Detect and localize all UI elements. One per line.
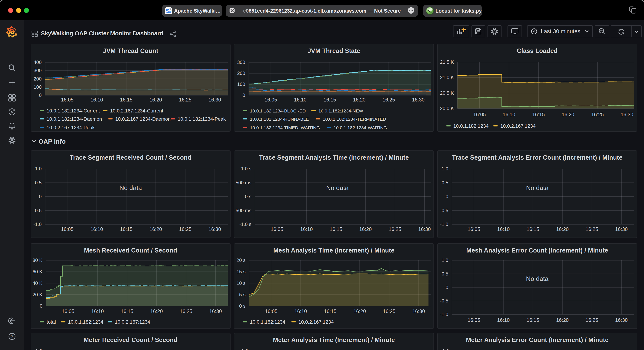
svg-text:-0.5: -0.5 [440,208,448,213]
svg-text:16:10: 16:10 [497,317,510,323]
svg-text:16:10: 16:10 [90,97,103,103]
svg-text:20 K: 20 K [32,292,42,297]
svg-text:16:25: 16:25 [180,309,192,314]
svg-text:No data: No data [326,184,348,191]
svg-text:-0.5: -0.5 [34,208,42,213]
svg-text:10.0.2.167:1234: 10.0.2.167:1234 [298,319,334,325]
svg-text:1.0: 1.0 [442,348,449,350]
svg-text:21.5 K: 21.5 K [440,59,454,65]
svg-text:0: 0 [242,93,245,98]
svg-text:16:20: 16:20 [562,112,574,117]
svg-text:10.0.1.182:1234-TIMED_WAITING: 10.0.1.182:1234-TIMED_WAITING [250,125,320,130]
svg-text:?: ? [10,334,14,339]
svg-text:16:15: 16:15 [532,112,545,117]
svg-text:16:25: 16:25 [586,317,598,323]
svg-text:0.5: 0.5 [442,180,448,185]
svg-text:0 s: 0 s [239,303,246,309]
svg-text:16:05: 16:05 [271,226,284,232]
svg-text:10.0.1.182:1234-RUNNABLE: 10.0.1.182:1234-RUNNABLE [250,117,309,122]
svg-text:1.0 s: 1.0 s [241,166,251,172]
svg-text:16:30: 16:30 [209,309,222,314]
svg-text:10.0.1.182:1234-WAITING: 10.0.1.182:1234-WAITING [334,125,387,130]
svg-text:300: 300 [34,68,42,73]
svg-text:16:20: 16:20 [150,309,163,314]
svg-text:1.0 s: 1.0 s [241,348,252,350]
svg-text:0: 0 [446,285,448,290]
svg-text:16:15: 16:15 [330,226,342,232]
svg-text:16:10: 16:10 [497,226,510,232]
svg-text:10.0.1.182:1234-TERMINATED: 10.0.1.182:1234-TERMINATED [323,117,386,122]
svg-text:16:05: 16:05 [61,226,74,232]
svg-text:16:10: 16:10 [91,309,104,314]
svg-text:10.0.2.167:1234-Peak: 10.0.2.167:1234-Peak [47,125,95,130]
svg-text:10.0.1.182:1234-Current: 10.0.1.182:1234-Current [47,108,100,114]
svg-text:No data: No data [120,184,142,191]
svg-text:20.0 K: 20.0 K [440,106,454,111]
svg-text:10.0.1.182:1234-NEW: 10.0.1.182:1234-NEW [318,109,363,114]
svg-text:20 s: 20 s [236,257,246,263]
svg-text:-500 ms: -500 ms [234,208,251,213]
svg-text:16:15: 16:15 [527,226,539,232]
svg-text:16:25: 16:25 [389,226,401,232]
svg-text:0.5: 0.5 [35,180,42,185]
svg-text:10.0.1.182:1234-Daemon: 10.0.1.182:1234-Daemon [47,116,102,122]
svg-text:10.0.1.182:1234: 10.0.1.182:1234 [250,319,285,325]
svg-text:80 K: 80 K [32,257,42,263]
svg-text:10 s: 10 s [236,281,246,286]
svg-text:0: 0 [446,194,448,199]
svg-text:16:15: 16:15 [120,226,133,232]
svg-text:10.0.2.167:1234: 10.0.2.167:1234 [500,123,536,129]
svg-text:16:30: 16:30 [615,317,628,323]
svg-text:16:30: 16:30 [208,226,221,232]
svg-text:16:25: 16:25 [383,309,396,314]
svg-text:16:10: 16:10 [294,97,306,103]
svg-text:200: 200 [237,70,245,76]
svg-text:16:20: 16:20 [150,97,162,103]
svg-text:16:05: 16:05 [468,317,480,323]
svg-text:16:15: 16:15 [121,309,134,314]
svg-text:16:05: 16:05 [62,309,74,314]
svg-text:16:25: 16:25 [591,112,604,117]
svg-text:0.5: 0.5 [442,271,448,277]
svg-text:16:05: 16:05 [265,309,278,314]
svg-text:400: 400 [34,59,42,65]
svg-text:16:30: 16:30 [208,97,221,103]
svg-text:0 s: 0 s [245,194,251,199]
svg-text:16:25: 16:25 [586,226,598,232]
svg-text:1.0: 1.0 [442,257,448,263]
svg-text:0: 0 [40,303,42,309]
svg-text:-0.5: -0.5 [440,298,448,304]
svg-text:10.0.1.182:1234-BLOCKED: 10.0.1.182:1234-BLOCKED [250,109,306,114]
svg-text:10.0.1.182:1234: 10.0.1.182:1234 [453,123,488,129]
svg-text:300: 300 [237,59,245,65]
svg-text:16:05: 16:05 [264,97,277,103]
svg-text:0: 0 [39,194,42,199]
svg-text:10.0.2.167:1234-Daemon: 10.0.2.167:1234-Daemon [115,116,171,122]
svg-text:No data: No data [526,184,548,191]
svg-text:16:15: 16:15 [527,317,539,323]
svg-text:40 K: 40 K [32,281,42,286]
svg-text:16:10: 16:10 [90,226,103,232]
svg-text:200: 200 [34,76,42,81]
svg-text:16:30: 16:30 [621,112,634,117]
svg-text:16:05: 16:05 [61,97,74,103]
svg-text:16:25: 16:25 [382,97,395,103]
svg-text:-1.0 s: -1.0 s [239,221,251,227]
svg-text:16:20: 16:20 [556,226,569,232]
svg-text:16:20: 16:20 [353,97,366,103]
svg-text:16:05: 16:05 [468,226,480,232]
svg-text:15 s: 15 s [236,269,246,274]
svg-text:16:25: 16:25 [179,97,192,103]
svg-text:16:15: 16:15 [324,309,336,314]
svg-text:100: 100 [237,81,245,87]
svg-text:16:20: 16:20 [359,226,372,232]
svg-text:16:05: 16:05 [473,112,486,117]
svg-text:16:10: 16:10 [503,112,515,117]
svg-text:16:10: 16:10 [294,309,307,314]
svg-text:1.0: 1.0 [35,166,42,172]
svg-text:16:25: 16:25 [179,226,192,232]
svg-text:16:20: 16:20 [150,226,162,232]
svg-text:10.0.2.167:1234-Current: 10.0.2.167:1234-Current [110,108,163,114]
svg-text:No data: No data [526,275,548,282]
svg-text:10.0.2.167:1234: 10.0.2.167:1234 [115,319,150,325]
